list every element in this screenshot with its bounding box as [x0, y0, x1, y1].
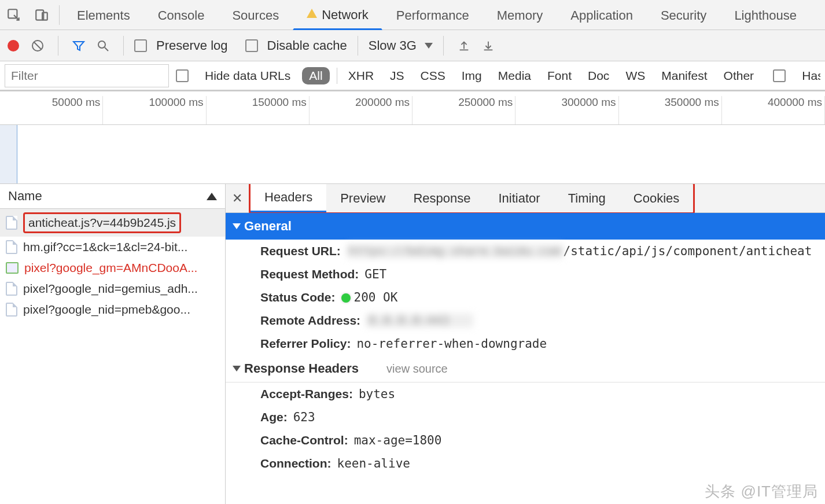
- filter-type-other[interactable]: Other: [719, 68, 759, 84]
- detail-tab-timing[interactable]: Timing: [554, 185, 620, 212]
- tab-application[interactable]: Application: [557, 0, 647, 30]
- filter-type-img[interactable]: Img: [457, 68, 487, 84]
- kv-cache-control: Cache-Control: max-age=1800: [226, 429, 825, 452]
- record-button[interactable]: [3, 36, 23, 56]
- section-response-headers[interactable]: Response Headers view source: [226, 355, 825, 382]
- tab-console[interactable]: Console: [144, 0, 219, 30]
- tick: 100000 ms: [103, 96, 206, 124]
- sort-ascending-icon: [207, 193, 217, 200]
- chevron-down-icon: [425, 43, 433, 49]
- network-filter-bar: Hide data URLs All XHR JS CSS Img Media …: [0, 61, 825, 91]
- detail-tab-response[interactable]: Response: [399, 185, 484, 212]
- collapse-icon: [233, 366, 241, 371]
- kv-request-url: Request URL: https://bdimg.share.baidu.c…: [226, 240, 825, 263]
- kv-request-method: Request Method: GET: [226, 263, 825, 286]
- device-toolbar-icon[interactable]: [30, 3, 53, 27]
- tick: 50000 ms: [0, 96, 103, 124]
- file-icon: [6, 216, 17, 230]
- tick: 300000 ms: [515, 96, 618, 124]
- file-icon: [6, 240, 17, 254]
- filter-type-media[interactable]: Media: [493, 68, 536, 84]
- detail-tabs: ✕ Headers Preview Response Initiator Tim…: [226, 184, 825, 213]
- timeline-ruler[interactable]: 50000 ms 100000 ms 150000 ms 200000 ms 2…: [0, 91, 825, 125]
- warning-icon: [307, 9, 317, 18]
- filter-type-manifest[interactable]: Manifest: [657, 68, 712, 84]
- kv-accept-ranges: Accept-Ranges: bytes: [226, 382, 825, 406]
- detail-tab-headers[interactable]: Headers: [251, 184, 326, 212]
- preserve-log-label: Preserve log: [156, 38, 228, 53]
- kv-remote-address: Remote Address: 0.0.0.0:443: [226, 309, 825, 332]
- download-icon[interactable]: [478, 36, 498, 56]
- timeline-overview[interactable]: [0, 125, 825, 184]
- kv-status-code: Status Code: 200 OK: [226, 286, 825, 309]
- inspect-element-icon[interactable]: [2, 3, 25, 27]
- tab-security[interactable]: Security: [647, 0, 720, 30]
- filter-type-font[interactable]: Font: [543, 68, 576, 84]
- view-source-link[interactable]: view source: [386, 362, 448, 376]
- filter-type-css[interactable]: CSS: [416, 68, 450, 84]
- request-row[interactable]: pixel?google_nid=gemius_adh...: [0, 278, 225, 299]
- preserve-log-checkbox[interactable]: [134, 39, 147, 52]
- tab-elements[interactable]: Elements: [63, 0, 144, 30]
- section-general[interactable]: General: [226, 213, 825, 240]
- upload-icon[interactable]: [454, 36, 474, 56]
- detail-tab-cookies[interactable]: Cookies: [620, 185, 693, 212]
- tick: 150000 ms: [207, 96, 310, 124]
- disable-cache-label: Disable cache: [267, 38, 347, 53]
- column-header-name[interactable]: Name: [0, 184, 225, 209]
- has-blocked-checkbox[interactable]: [773, 69, 786, 82]
- detail-tab-initiator[interactable]: Initiator: [484, 185, 554, 212]
- request-row[interactable]: hm.gif?cc=1&ck=1&cl=24-bit...: [0, 237, 225, 257]
- hide-data-urls-label: Hide data URLs: [200, 68, 295, 84]
- kv-connection: Connection: keen-alive: [226, 452, 825, 475]
- filter-icon[interactable]: [69, 36, 89, 56]
- clear-button[interactable]: [28, 36, 47, 56]
- kv-age: Age: 623: [226, 406, 825, 429]
- filter-input[interactable]: [5, 64, 169, 87]
- request-list-panel: Name anticheat.js?v=44b9b245.js hm.gif?c…: [0, 184, 226, 504]
- request-detail-panel: ✕ Headers Preview Response Initiator Tim…: [226, 184, 825, 504]
- devtools-main-tabs: Elements Console Sources Network Perform…: [0, 0, 825, 30]
- tick: 350000 ms: [619, 96, 722, 124]
- collapse-icon: [233, 223, 241, 229]
- disable-cache-checkbox[interactable]: [245, 39, 258, 52]
- tick: 400000 ms: [722, 96, 825, 124]
- tab-performance[interactable]: Performance: [382, 0, 483, 30]
- tab-network[interactable]: Network: [293, 0, 382, 30]
- throttling-select[interactable]: Slow 3G: [369, 38, 433, 53]
- network-toolbar: Preserve log Disable cache Slow 3G: [0, 30, 825, 61]
- has-blocked-label: Has blocked cookies: [797, 68, 820, 84]
- detail-tab-preview[interactable]: Preview: [326, 185, 399, 212]
- request-row[interactable]: pixel?google_gm=AMnCDooA...: [0, 257, 225, 278]
- tab-lighthouse[interactable]: Lighthouse: [720, 0, 811, 30]
- overview-selection[interactable]: [0, 125, 17, 183]
- svg-point-4: [98, 41, 105, 48]
- image-icon: [6, 262, 19, 274]
- tick: 200000 ms: [310, 96, 412, 124]
- annotation-highlight: Headers Preview Response Initiator Timin…: [249, 182, 695, 214]
- status-dot-icon: [341, 293, 351, 303]
- file-icon: [6, 282, 17, 296]
- filter-type-doc[interactable]: Doc: [583, 68, 614, 84]
- filter-type-xhr[interactable]: XHR: [344, 68, 378, 84]
- hide-data-urls-checkbox[interactable]: [176, 69, 189, 82]
- request-row[interactable]: anticheat.js?v=44b9b245.js: [0, 209, 225, 237]
- tab-memory[interactable]: Memory: [483, 0, 557, 30]
- filter-type-js[interactable]: JS: [385, 68, 409, 84]
- file-icon: [6, 303, 17, 317]
- tab-sources[interactable]: Sources: [218, 0, 293, 30]
- filter-type-all[interactable]: All: [302, 67, 329, 84]
- request-row[interactable]: pixel?google_nid=pmeb&goo...: [0, 299, 225, 320]
- kv-referrer-policy: Referrer Policy: no-referrer-when-downgr…: [226, 332, 825, 355]
- filter-type-ws[interactable]: WS: [621, 68, 650, 84]
- divider: [59, 5, 60, 25]
- close-icon[interactable]: ✕: [226, 191, 249, 206]
- tick: 250000 ms: [412, 96, 515, 124]
- search-icon[interactable]: [93, 36, 113, 56]
